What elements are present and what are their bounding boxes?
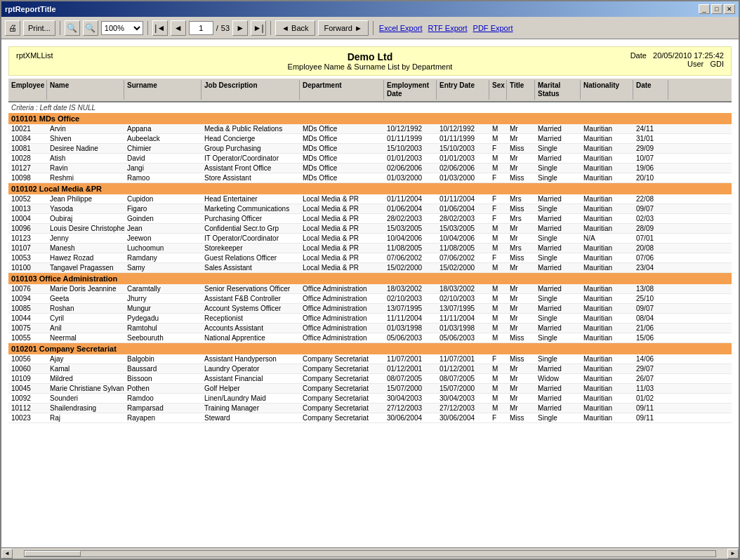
table-cell: 07/01 (633, 234, 668, 243)
table-cell: F (489, 194, 507, 204)
table-cell: Married (535, 394, 581, 403)
table-cell: 28/02/2003 (437, 214, 489, 223)
pdf-export-button[interactable]: PDF Export (472, 24, 515, 32)
table-row: 10092SounderiRamdooLinen/Laundry MaidCom… (8, 394, 732, 404)
table-cell: Miss (507, 413, 535, 422)
header-nationality: Nationality (581, 80, 633, 100)
table-cell: 15/06 (633, 333, 668, 342)
excel-export-button[interactable]: Excel Export (378, 24, 424, 32)
table-cell: Married (535, 263, 581, 272)
table-cell: Single (535, 253, 581, 262)
table-cell: Mr (507, 364, 535, 373)
table-cell: 02/10/2003 (384, 294, 437, 303)
table-cell: Married (535, 194, 581, 204)
table-cell: M (489, 234, 507, 243)
zoom-in-button[interactable]: 🔍 (83, 20, 98, 36)
table-cell: Mrs (507, 214, 535, 223)
scrollbar-track[interactable] (24, 550, 716, 557)
table-cell: Mr (507, 304, 535, 313)
table-cell: Pydegadu (124, 314, 201, 323)
table-cell: Goinden (124, 214, 201, 223)
table-row: 10004OubirajGoindenPurchasing OfficerLoc… (8, 214, 732, 224)
table-cell: Manesh (47, 244, 124, 253)
table-cell: 15/02/2000 (437, 263, 489, 272)
content-area[interactable]: rptXMLList Demo Ltd Employee Name & Surn… (1, 39, 739, 547)
table-row: 10028AtishDavidIT Operator/CoordinatorMD… (8, 154, 732, 164)
table-cell: Mauritian (581, 204, 633, 213)
table-cell: F (489, 214, 507, 223)
print-button[interactable]: Print... (23, 20, 55, 36)
table-cell: Accounts Assistant (201, 324, 300, 333)
table-cell: Mauritian (581, 263, 633, 272)
table-cell: Mr (507, 263, 535, 272)
zoom-select[interactable]: 100% 75% 150% (101, 21, 143, 35)
table-cell: Purchasing Officer (201, 214, 300, 223)
table-cell: Mauritian (581, 314, 633, 323)
criteria-row: Criteria : Left date IS NULL (8, 102, 732, 113)
table-cell: 24/11 (633, 124, 668, 133)
nav-prev-button[interactable]: ◄ (171, 20, 186, 36)
print-icon-btn[interactable]: 🖨 (5, 20, 20, 36)
scroll-right-button[interactable]: ► (727, 549, 739, 559)
table-cell: Company Secretariat (300, 364, 384, 373)
table-cell: 25/10 (633, 294, 668, 303)
separator-4 (373, 21, 374, 35)
scroll-left-button[interactable]: ◄ (1, 549, 13, 559)
page-input[interactable]: 1 (189, 21, 213, 35)
table-cell: Marketing Communications (201, 204, 300, 213)
table-cell: Mauritian (581, 154, 633, 163)
table-cell: Local Media & PR (300, 214, 384, 223)
table-cell: 20/10 (633, 173, 668, 182)
table-cell: Single (535, 144, 581, 153)
table-cell: MDs Office (300, 164, 384, 173)
table-cell: Assistant Handyperson (201, 354, 300, 364)
minimize-button[interactable]: _ (699, 4, 710, 14)
table-cell: Cyril (47, 314, 124, 323)
table-cell: 15/02/2000 (384, 263, 437, 272)
nav-end-button[interactable]: ►| (251, 20, 266, 36)
nav-start-button[interactable]: |◄ (152, 20, 168, 36)
rtf-export-button[interactable]: RTF Export (427, 24, 469, 32)
table-cell: 02/06/2006 (437, 164, 489, 173)
back-button[interactable]: ◄ Back (275, 20, 315, 36)
table-cell: 10023 (8, 413, 47, 422)
nav-next-button[interactable]: ► (232, 20, 248, 36)
table-cell: F (489, 173, 507, 182)
table-cell: Figaro (124, 204, 201, 213)
table-cell: Mr (507, 164, 535, 173)
table-cell: Mauritian (581, 333, 633, 342)
maximize-button[interactable]: □ (711, 4, 722, 14)
table-cell: Married (535, 124, 581, 133)
scrollbar-thumb[interactable] (25, 551, 81, 556)
forward-button[interactable]: Forward ► (318, 20, 369, 36)
table-cell: Local Media & PR (300, 253, 384, 262)
table-cell: Mr (507, 374, 535, 383)
report-meta: Date 20/05/2010 17:25:42 User GDI (488, 51, 724, 68)
table-cell: 10056 (8, 354, 47, 364)
table-cell: National Apprentice (201, 333, 300, 342)
table-cell: Mauritian (581, 253, 633, 262)
table-body: 010101 MDs Office10021ArvinAppanaMedia &… (8, 113, 732, 423)
table-cell: Tangavel Pragassen (47, 263, 124, 272)
table-cell: Office Administration (300, 284, 384, 293)
table-cell: 15/07/2000 (437, 384, 489, 393)
table-cell: Mauritian (581, 324, 633, 333)
table-row: 10052Jean PhilippeCupidonHead Entertaine… (8, 194, 732, 204)
table-cell: 01/11/2004 (384, 194, 437, 204)
table-cell: Pothen (124, 384, 201, 393)
header-sex: Sex (489, 80, 507, 100)
table-cell: Local Media & PR (300, 244, 384, 253)
horizontal-scrollbar[interactable]: ◄ ► (1, 547, 739, 559)
close-button[interactable]: ✕ (724, 4, 735, 14)
table-cell: 09/11 (633, 404, 668, 413)
window-title: rptReportTitle (5, 5, 56, 13)
table-cell: 30/06/2004 (384, 413, 437, 422)
table-cell: 18/03/2002 (384, 284, 437, 293)
table-cell: M (489, 404, 507, 413)
table-cell: 10004 (8, 214, 47, 223)
table-cell: Mr (507, 384, 535, 393)
table-cell: 10094 (8, 294, 47, 303)
table-cell: MDs Office (300, 124, 384, 133)
zoom-out-button[interactable]: 🔍 (65, 20, 80, 36)
table-cell: Mauritian (581, 284, 633, 293)
